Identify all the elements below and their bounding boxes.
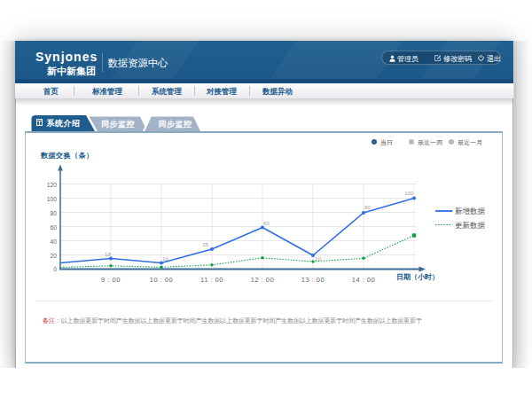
svg-text:35: 35 xyxy=(202,241,208,247)
svg-text:100: 100 xyxy=(404,190,414,196)
svg-text:10 : 00: 10 : 00 xyxy=(150,276,173,284)
svg-text:60: 60 xyxy=(263,220,270,226)
svg-text:20: 20 xyxy=(50,253,57,259)
svg-text:10: 10 xyxy=(315,255,321,262)
svg-text:60: 60 xyxy=(50,224,57,231)
svg-text:0: 0 xyxy=(53,266,57,272)
svg-text:100: 100 xyxy=(47,196,58,202)
svg-text:18: 18 xyxy=(105,251,111,257)
svg-text:13 : 00: 13 : 00 xyxy=(301,276,325,284)
svg-text:80: 80 xyxy=(364,204,371,210)
svg-text:80: 80 xyxy=(50,210,57,216)
svg-text:11 : 00: 11 : 00 xyxy=(200,276,223,284)
svg-text:40: 40 xyxy=(50,239,57,245)
svg-text:新增数据: 新增数据 xyxy=(455,207,486,215)
svg-text:12 : 00: 12 : 00 xyxy=(251,276,274,284)
svg-text:14 : 00: 14 : 00 xyxy=(352,276,375,284)
svg-text:9 : 00: 9 : 00 xyxy=(101,276,121,284)
svg-text:更新数据: 更新数据 xyxy=(455,221,486,230)
svg-text:日期（小时）: 日期（小时） xyxy=(396,273,439,281)
svg-text:10: 10 xyxy=(162,255,168,262)
svg-text:120: 120 xyxy=(47,182,58,188)
